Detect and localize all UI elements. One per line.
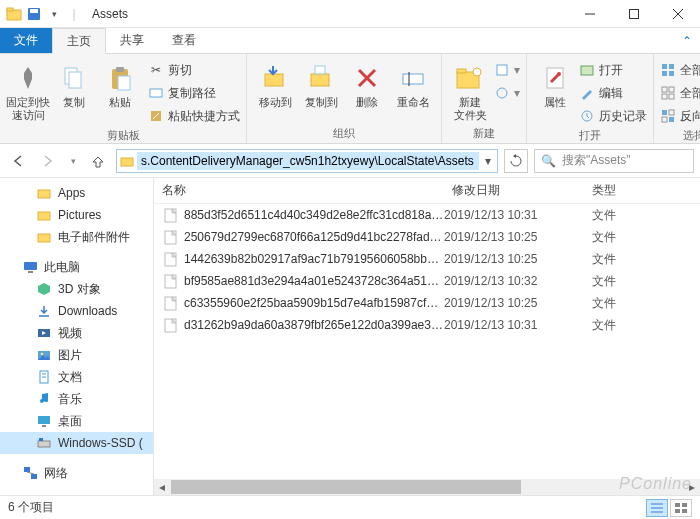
svg-rect-13: [150, 89, 162, 97]
shortcut-icon: [148, 108, 164, 124]
col-name[interactable]: 名称: [154, 182, 444, 199]
address-path[interactable]: s.ContentDeliveryManager_cw5n1h2txyewy\L…: [137, 152, 479, 170]
newfolder-button[interactable]: 新建 文件夹: [448, 58, 492, 122]
svg-rect-36: [669, 87, 674, 92]
svg-rect-73: [682, 503, 687, 507]
tab-share[interactable]: 共享: [106, 28, 158, 53]
sidebar-item-music[interactable]: 音乐: [0, 388, 153, 410]
sidebar-item-ssd[interactable]: Windows-SSD (: [0, 432, 153, 454]
properties-button[interactable]: 属性: [533, 58, 577, 109]
sidebar-item-documents[interactable]: 文档: [0, 366, 153, 388]
history-icon: [579, 108, 595, 124]
sidebar-item-downloads[interactable]: Downloads: [0, 300, 153, 322]
edit-button[interactable]: 编辑: [579, 83, 647, 103]
qat-dropdown-icon[interactable]: ▾: [46, 6, 62, 22]
sidebar-item-network[interactable]: 网络: [0, 462, 153, 484]
rename-button[interactable]: 重命名: [391, 58, 435, 109]
view-details-button[interactable]: [646, 499, 668, 517]
sidebar[interactable]: Apps Pictures 电子邮件附件 此电脑 3D 对象 Downloads…: [0, 178, 154, 495]
cut-button[interactable]: ✂剪切: [148, 60, 240, 80]
copypath-button[interactable]: 复制路径: [148, 83, 240, 103]
sidebar-item-videos[interactable]: 视频: [0, 322, 153, 344]
svg-rect-5: [630, 9, 639, 18]
tab-file[interactable]: 文件: [0, 28, 52, 53]
up-button[interactable]: [86, 149, 110, 173]
scroll-left-icon[interactable]: ◂: [154, 480, 170, 494]
table-row[interactable]: 250679d2799ec6870f66a125d9d41bc2278fada0…: [154, 226, 700, 248]
table-row[interactable]: 1442639b82b02917af9ac71b79195606058bb4fa…: [154, 248, 700, 270]
table-row[interactable]: bf9585ae881d3e294a4a01e5243728c364a510d3…: [154, 270, 700, 292]
file-name: 885d3f52d6511c4d40c349d2e8e2ffc31cd818a4…: [180, 208, 444, 222]
selectall-button[interactable]: 全部选择: [660, 60, 700, 80]
save-icon[interactable]: [26, 6, 42, 22]
svg-rect-1: [7, 8, 13, 11]
col-type[interactable]: 类型: [584, 182, 700, 199]
file-icon: [160, 318, 180, 333]
delete-button[interactable]: 删除: [345, 58, 389, 109]
selectnone-button[interactable]: 全部取消: [660, 83, 700, 103]
videos-icon: [36, 325, 52, 341]
view-icons-button[interactable]: [670, 499, 692, 517]
svg-rect-25: [497, 65, 507, 75]
sidebar-item-images[interactable]: 图片: [0, 344, 153, 366]
svg-rect-47: [24, 262, 37, 270]
newitem-button[interactable]: ▾: [494, 60, 520, 80]
invert-button[interactable]: 反向选择: [660, 106, 700, 126]
easyaccess-button[interactable]: ▾: [494, 83, 520, 103]
svg-rect-17: [315, 66, 325, 74]
address-bar[interactable]: s.ContentDeliveryManager_cw5n1h2txyewy\L…: [116, 149, 498, 173]
svg-rect-42: [662, 117, 667, 122]
file-icon: [160, 274, 180, 289]
status-bar: 6 个项目: [0, 495, 700, 519]
sidebar-item-email[interactable]: 电子邮件附件: [0, 226, 153, 248]
invert-icon: [660, 108, 676, 124]
open-button[interactable]: 打开: [579, 60, 647, 80]
table-row[interactable]: d31262b9a9da60a3879fbf265e122d0a399ae3b6…: [154, 314, 700, 336]
horizontal-scrollbar[interactable]: ◂ ▸: [154, 479, 700, 495]
forward-button[interactable]: [36, 149, 60, 173]
table-row[interactable]: 885d3f52d6511c4d40c349d2e8e2ffc31cd818a4…: [154, 204, 700, 226]
search-input[interactable]: 🔍 搜索"Assets": [534, 149, 694, 173]
copy-button[interactable]: 复制: [52, 58, 96, 109]
sidebar-item-desktop[interactable]: 桌面: [0, 410, 153, 432]
ribbon-collapse-icon[interactable]: ⌃: [674, 28, 700, 53]
tab-home[interactable]: 主页: [52, 28, 106, 54]
file-type: 文件: [584, 295, 616, 312]
paste-button[interactable]: 粘贴: [98, 58, 142, 109]
sidebar-item-pictures[interactable]: Pictures: [0, 204, 153, 226]
file-date: 2019/12/13 10:31: [444, 318, 584, 332]
copyto-button[interactable]: 复制到: [299, 58, 343, 109]
back-button[interactable]: [6, 149, 30, 173]
pasteshortcut-button[interactable]: 粘贴快捷方式: [148, 106, 240, 126]
moveto-button[interactable]: 移动到: [253, 58, 297, 109]
table-row[interactable]: c63355960e2f25baa5909b15d7e4afb15987cf96…: [154, 292, 700, 314]
file-icon: [160, 230, 180, 245]
recent-dropdown[interactable]: ▾: [66, 149, 80, 173]
search-icon: 🔍: [541, 154, 556, 168]
scroll-thumb[interactable]: [171, 480, 521, 494]
file-date: 2019/12/13 10:25: [444, 296, 584, 310]
separator-icon: |: [66, 6, 82, 22]
svg-line-62: [27, 472, 34, 474]
col-date[interactable]: 修改日期: [444, 182, 584, 199]
tab-view[interactable]: 查看: [158, 28, 210, 53]
sidebar-item-thispc[interactable]: 此电脑: [0, 256, 153, 278]
history-button[interactable]: 历史记录: [579, 106, 647, 126]
svg-rect-11: [116, 67, 124, 72]
file-rows[interactable]: 885d3f52d6511c4d40c349d2e8e2ffc31cd818a4…: [154, 204, 700, 479]
address-dropdown-icon[interactable]: ▾: [479, 154, 497, 168]
sidebar-item-3d[interactable]: 3D 对象: [0, 278, 153, 300]
maximize-button[interactable]: [612, 0, 656, 28]
drive-icon: [36, 435, 52, 451]
ribbon-tabs: 文件 主页 共享 查看 ⌃: [0, 28, 700, 54]
sidebar-item-apps[interactable]: Apps: [0, 182, 153, 204]
file-list: 名称 修改日期 类型 885d3f52d6511c4d40c349d2e8e2f…: [154, 178, 700, 495]
column-headers[interactable]: 名称 修改日期 类型: [154, 178, 700, 204]
cut-icon: ✂: [148, 62, 164, 78]
minimize-button[interactable]: [568, 0, 612, 28]
refresh-button[interactable]: [504, 149, 528, 173]
close-button[interactable]: [656, 0, 700, 28]
pin-button[interactable]: 固定到快 速访问: [6, 58, 50, 122]
file-name: bf9585ae881d3e294a4a01e5243728c364a510d3…: [180, 274, 444, 288]
scroll-right-icon[interactable]: ▸: [684, 480, 700, 494]
